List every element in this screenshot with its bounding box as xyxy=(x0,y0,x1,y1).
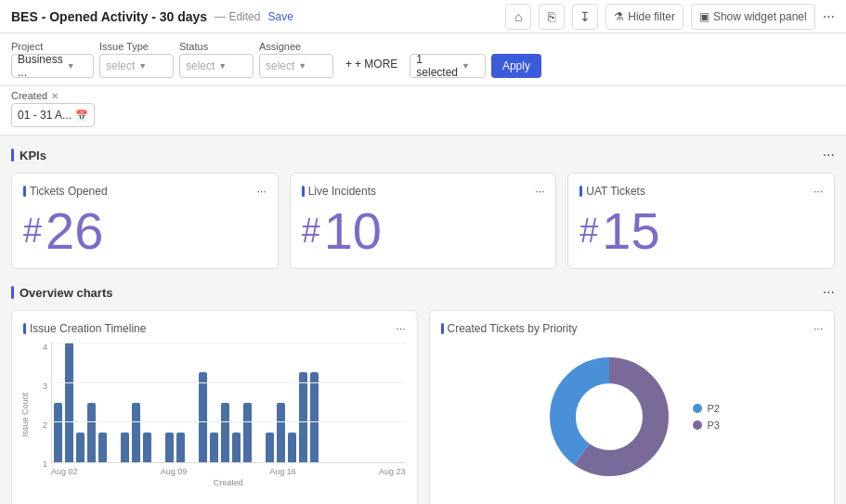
charts-more-button[interactable]: ··· xyxy=(823,284,835,301)
top-bar: BES - Opened Activity - 30 days — Edited… xyxy=(0,0,846,33)
bar-item xyxy=(143,433,151,462)
y-tick-3: 3 xyxy=(23,381,47,391)
status-value: select xyxy=(186,59,215,72)
bar-item xyxy=(87,403,96,463)
show-widget-panel-button[interactable]: ▣ Show widget panel xyxy=(691,4,815,30)
issue-type-select[interactable]: select ▼ xyxy=(99,54,174,78)
bar-item xyxy=(54,403,62,463)
issue-creation-more[interactable]: ··· xyxy=(396,322,405,335)
kpi-label-2: UAT Tickets xyxy=(586,185,645,198)
kpi-card-tickets-opened: Tickets Opened ··· # 26 xyxy=(11,173,279,269)
bar-item xyxy=(266,433,274,462)
kpi-card-title-0: Tickets Opened xyxy=(23,185,108,198)
bar-item xyxy=(121,433,129,462)
charts-title: Overview charts xyxy=(11,286,112,300)
status-select[interactable]: select ▼ xyxy=(179,54,254,78)
selected-select[interactable]: 1 selected ▼ xyxy=(410,54,486,78)
kpi-bar-icon-0 xyxy=(23,186,26,197)
kpi-number-1: # 10 xyxy=(302,205,545,257)
kpi-bar-icon-2 xyxy=(579,186,582,197)
kpi-grid: Tickets Opened ··· # 26 Live Incidents ·… xyxy=(11,173,835,269)
issue-creation-chart: Issue Creation Timeline ··· 4 3 2 1 xyxy=(11,310,418,504)
hide-filter-button[interactable]: ⚗ Hide filter xyxy=(605,4,683,30)
issue-creation-header: Issue Creation Timeline ··· xyxy=(23,322,406,335)
bar-item xyxy=(232,433,241,462)
issue-type-label: Issue Type xyxy=(99,41,174,52)
assignee-value: select xyxy=(266,59,294,72)
kpi-value-0: 26 xyxy=(46,205,103,257)
bar-item xyxy=(199,372,207,462)
project-select[interactable]: Business ... ▼ xyxy=(11,54,94,78)
share-button[interactable]: ⎘ xyxy=(539,4,565,30)
created-clear-button[interactable]: ✕ xyxy=(51,91,59,101)
selected-value: 1 selected xyxy=(416,53,458,79)
kpis-more-button[interactable]: ··· xyxy=(823,147,835,163)
created-value-input[interactable]: 01 - 31 A... 📅 xyxy=(11,103,95,127)
assignee-filter: Assignee select ▼ xyxy=(259,41,333,78)
page-title: BES - Opened Activity - 30 days xyxy=(11,9,207,24)
kpi-card-live-incidents: Live Incidents ··· # 10 xyxy=(290,173,557,269)
calendar-icon: 📅 xyxy=(75,110,88,122)
kpi-more-1[interactable]: ··· xyxy=(535,185,544,198)
more-filters-button[interactable]: + + MORE xyxy=(339,54,404,74)
legend-p3: P3 xyxy=(693,420,720,431)
project-chevron-icon: ▼ xyxy=(67,61,87,71)
bar-item xyxy=(299,372,307,462)
created-date-value: 01 - 31 A... xyxy=(18,109,72,122)
issue-type-value: select xyxy=(106,59,135,72)
home-button[interactable]: ⌂ xyxy=(505,4,531,30)
plus-icon: + xyxy=(345,58,352,71)
kpis-bar xyxy=(11,149,14,162)
donut-legend: P2 P3 xyxy=(693,403,720,431)
bar-item xyxy=(98,433,107,462)
home-icon: ⌂ xyxy=(514,9,522,24)
created-label-row: Created ✕ xyxy=(11,90,95,101)
assignee-chevron-icon: ▼ xyxy=(298,61,327,71)
status-chevron-icon: ▼ xyxy=(218,61,247,71)
save-button[interactable]: Save xyxy=(267,10,293,23)
kpi-hash-0: # xyxy=(23,214,42,248)
svg-point-2 xyxy=(578,385,641,448)
kpi-hash-2: # xyxy=(579,214,598,248)
kpi-more-2[interactable]: ··· xyxy=(813,185,823,198)
bar-item xyxy=(243,403,252,463)
charts-bar xyxy=(11,286,14,299)
priority-more[interactable]: ··· xyxy=(813,322,823,335)
x-tick-aug16: Aug 16 xyxy=(269,467,296,476)
charts-title-text: Overview charts xyxy=(20,286,112,300)
project-label: Project xyxy=(11,41,94,52)
priority-chart-header: Created Tickets by Priority ··· xyxy=(441,322,824,335)
bar-item xyxy=(176,433,185,462)
kpi-label-1: Live Incidents xyxy=(308,185,376,198)
x-tick-aug23: Aug 23 xyxy=(379,467,406,476)
kpi-more-0[interactable]: ··· xyxy=(257,185,267,198)
kpi-number-0: # 26 xyxy=(23,205,267,257)
y-tick-1: 1 xyxy=(23,459,47,469)
kpi-card-title-1: Live Incidents xyxy=(302,185,376,198)
selected-chevron-icon: ▼ xyxy=(462,61,479,71)
kpi-card-title-2: UAT Tickets xyxy=(579,185,645,198)
p2-dot xyxy=(693,404,702,413)
kpi-card-header-0: Tickets Opened ··· xyxy=(23,185,267,198)
priority-label: Created Tickets by Priority xyxy=(448,322,578,335)
download-icon: ↧ xyxy=(579,9,591,24)
kpi-value-2: 15 xyxy=(602,205,659,257)
kpi-card-header-2: UAT Tickets ··· xyxy=(579,185,823,198)
apply-button[interactable]: Apply xyxy=(491,54,541,78)
filter-icon: ⚗ xyxy=(614,10,624,23)
bar-item xyxy=(165,433,174,462)
x-tick-aug09: Aug 09 xyxy=(161,467,188,476)
top-bar-left: BES - Opened Activity - 30 days — Edited… xyxy=(11,9,293,24)
kpi-label-0: Tickets Opened xyxy=(30,185,108,198)
more-options-button[interactable]: ··· xyxy=(823,8,835,25)
more-label: + MORE xyxy=(355,58,397,71)
priority-chart-title: Created Tickets by Priority xyxy=(441,322,578,335)
priority-chart: Created Tickets by Priority ··· P2 xyxy=(429,310,836,504)
selected-filter: 1 selected ▼ xyxy=(410,54,486,78)
assignee-select[interactable]: select ▼ xyxy=(259,54,333,78)
bar-item xyxy=(132,403,140,463)
charts-section-header: Overview charts ··· xyxy=(11,284,835,301)
status-filter: Status select ▼ xyxy=(179,41,254,78)
created-filter: Created ✕ 01 - 31 A... 📅 xyxy=(11,90,95,127)
download-button[interactable]: ↧ xyxy=(572,4,598,30)
